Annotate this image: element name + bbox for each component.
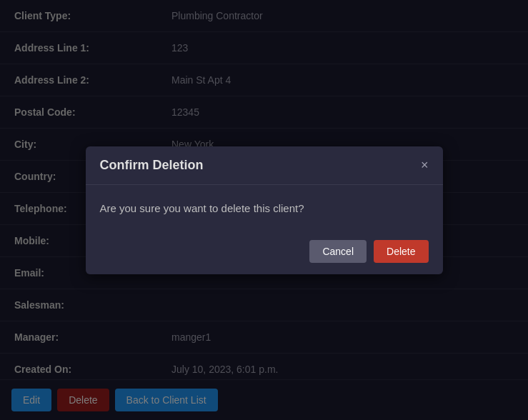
- modal-cancel-button[interactable]: Cancel: [309, 240, 367, 263]
- modal-message: Are you sure you want to delete this cli…: [100, 202, 304, 214]
- modal-close-button[interactable]: ×: [421, 159, 429, 171]
- confirm-deletion-modal: Confirm Deletion × Are you sure you want…: [86, 146, 443, 274]
- modal-header: Confirm Deletion ×: [86, 146, 443, 185]
- modal-title: Confirm Deletion: [100, 158, 204, 173]
- modal-overlay: Confirm Deletion × Are you sure you want…: [0, 0, 528, 420]
- modal-footer: Cancel Delete: [86, 231, 443, 274]
- modal-body: Are you sure you want to delete this cli…: [86, 185, 443, 231]
- modal-confirm-delete-button[interactable]: Delete: [374, 240, 428, 263]
